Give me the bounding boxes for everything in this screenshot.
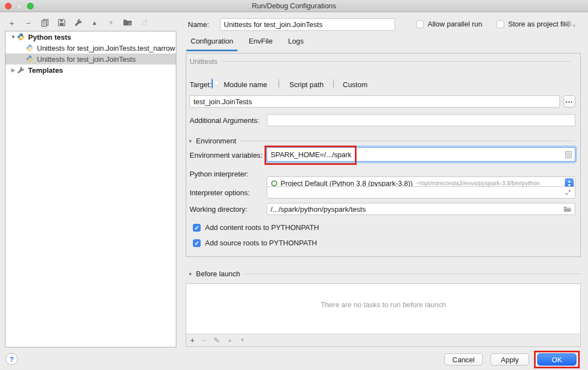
name-field[interactable] (220, 18, 395, 31)
additional-arguments-field[interactable] (267, 114, 575, 126)
tree-item-label: Unittests for test_join.JoinTests.test_n… (37, 44, 175, 52)
save-configuration-icon[interactable] (57, 18, 66, 28)
interpreter-options-input[interactable] (271, 189, 565, 197)
tree-item-label: Templates (28, 66, 63, 74)
add-source-roots-label: Add source roots to PYTHONPATH (205, 239, 317, 247)
cancel-button[interactable]: Cancel (444, 353, 483, 366)
tab-logs[interactable]: Logs (284, 37, 308, 51)
minimize-window-button (16, 3, 23, 9)
add-configuration-icon[interactable]: + (7, 18, 17, 28)
python-test-icon (26, 44, 34, 52)
window-controls (5, 3, 34, 9)
configurations-toolbar: + − ▲ ▼ ↓ az (7, 17, 149, 28)
allow-parallel-run-checkbox[interactable]: Allow parallel run (416, 20, 482, 28)
expand-field-icon[interactable] (565, 189, 571, 196)
target-custom-label: Custom (343, 81, 368, 89)
tab-envfile[interactable]: EnvFile (244, 37, 277, 51)
store-as-project-file-label: Store as project file (508, 20, 569, 28)
target-script-path-label: Script path (289, 81, 323, 89)
target-script-path-radio[interactable] (278, 78, 279, 89)
add-source-roots-box[interactable]: ✓ (193, 239, 201, 247)
conda-env-icon (271, 180, 277, 186)
apply-button[interactable]: Apply (490, 353, 529, 366)
additional-arguments-label: Additional Arguments: (190, 116, 259, 125)
add-content-roots-label: Add content roots to PYTHONPATH (205, 223, 319, 232)
tree-expanded-icon[interactable]: ▼ (9, 34, 17, 40)
name-input[interactable] (224, 20, 391, 29)
allow-parallel-run-label: Allow parallel run (428, 20, 482, 28)
interpreter-options-field[interactable] (267, 186, 575, 199)
run-debug-configurations-dialog: Run/Debug Configurations + − ▲ ▼ ↓ az ▼ (0, 0, 588, 23)
add-source-roots-checkbox[interactable]: ✓ Add source roots to PYTHONPATH (193, 239, 317, 247)
tree-item-python-tests[interactable]: ▼ Python tests (6, 31, 176, 42)
python-interpreter-label: Python interpreter: (190, 170, 249, 178)
before-launch-section-label: Before launch (196, 270, 240, 278)
templates-wrench-icon (17, 66, 25, 74)
browse-folder-icon[interactable] (563, 206, 571, 212)
remove-configuration-icon[interactable]: − (24, 18, 33, 28)
tree-item-unittests-jointests-selected[interactable]: Unittests for test_join.JoinTests (6, 53, 176, 65)
tree-item-templates[interactable]: ▶ Templates (6, 65, 176, 76)
environment-section-header: ▾ Environment (189, 137, 574, 145)
target-module-name-label: Module name (224, 81, 267, 89)
edit-templates-wrench-icon[interactable] (73, 18, 83, 28)
interpreter-options-label: Interpreter options: (190, 189, 250, 197)
tree-item-label: Python tests (28, 33, 71, 41)
edit-task-icon[interactable]: ✎ (213, 336, 220, 344)
python-interpreter-path: ~/opt/miniconda3/envs/pyspark-3.8/bin/py… (416, 180, 540, 186)
tree-collapsed-icon[interactable]: ▶ (9, 67, 17, 73)
ok-button[interactable]: OK (537, 353, 576, 366)
sort-configurations-icon[interactable]: ↓ az (139, 18, 149, 28)
before-launch-section-header: ▾ Before launch (189, 270, 581, 278)
settings-gear-icon[interactable]: ⚙ ▾ (565, 20, 575, 28)
unittests-group-title: Unittests (190, 57, 218, 66)
python-test-icon (26, 55, 34, 63)
store-as-project-file-box[interactable] (497, 20, 504, 28)
remove-task-icon[interactable]: − (202, 336, 206, 344)
edit-variables-icon[interactable] (565, 151, 571, 158)
environment-section-label: Environment (196, 137, 236, 145)
environment-variables-field[interactable] (267, 147, 575, 162)
move-task-up-icon[interactable]: ▲ (227, 337, 233, 343)
working-directory-input[interactable] (271, 205, 563, 213)
python-icon (17, 33, 25, 41)
unittests-group-header: Unittests (190, 57, 571, 66)
target-module-name-radio[interactable] (212, 78, 213, 89)
configuration-tabs: Configuration EnvFile Logs (186, 35, 308, 51)
add-content-roots-box[interactable]: ✓ (193, 224, 201, 232)
working-directory-label: Working directory: (190, 205, 247, 213)
move-down-icon[interactable]: ▼ (106, 18, 116, 28)
zoom-window-button[interactable] (27, 3, 34, 9)
name-label: Name: (188, 20, 209, 29)
close-window-button[interactable] (5, 3, 12, 9)
target-label: Target: (190, 81, 212, 89)
target-value-field[interactable] (190, 95, 560, 108)
tree-item-label: Unittests for test_join.JoinTests (37, 55, 136, 63)
title-bar: Run/Debug Configurations (0, 0, 588, 12)
working-directory-field[interactable] (267, 203, 575, 215)
target-value-input[interactable] (193, 98, 556, 106)
move-task-down-icon[interactable]: ▼ (240, 337, 245, 343)
tab-configuration[interactable]: Configuration (186, 37, 238, 51)
add-content-roots-checkbox[interactable]: ✓ Add content roots to PYTHONPATH (193, 223, 319, 232)
window-title: Run/Debug Configurations (0, 0, 588, 12)
allow-parallel-run-box[interactable] (416, 20, 424, 28)
environment-variables-input[interactable] (271, 151, 565, 159)
add-task-icon[interactable]: + (190, 336, 195, 344)
tree-item-unittests-test-narrow[interactable]: Unittests for test_join.JoinTests.test_n… (6, 42, 176, 53)
before-launch-toolbar: + − ✎ ▲ ▼ (186, 334, 580, 346)
help-button[interactable]: ? (6, 353, 18, 365)
new-folder-icon[interactable] (123, 18, 132, 28)
move-up-icon[interactable]: ▲ (90, 18, 99, 28)
before-launch-empty-message: There are no tasks to run before launch (186, 301, 580, 309)
configurations-tree: ▼ Python tests Unittests for test_join.J… (5, 31, 176, 347)
copy-configuration-icon[interactable] (40, 18, 50, 28)
environment-variables-label: Environment variables: (190, 151, 262, 159)
store-as-project-file-checkbox[interactable]: Store as project file (497, 20, 569, 28)
target-custom-radio[interactable] (333, 78, 334, 89)
environment-collapse-icon[interactable]: ▾ (189, 138, 192, 144)
before-launch-collapse-icon[interactable]: ▾ (189, 271, 192, 277)
browse-target-button[interactable]: ... (563, 95, 575, 108)
additional-arguments-input[interactable] (271, 116, 571, 125)
before-launch-task-list: There are no tasks to run before launch … (186, 283, 581, 347)
